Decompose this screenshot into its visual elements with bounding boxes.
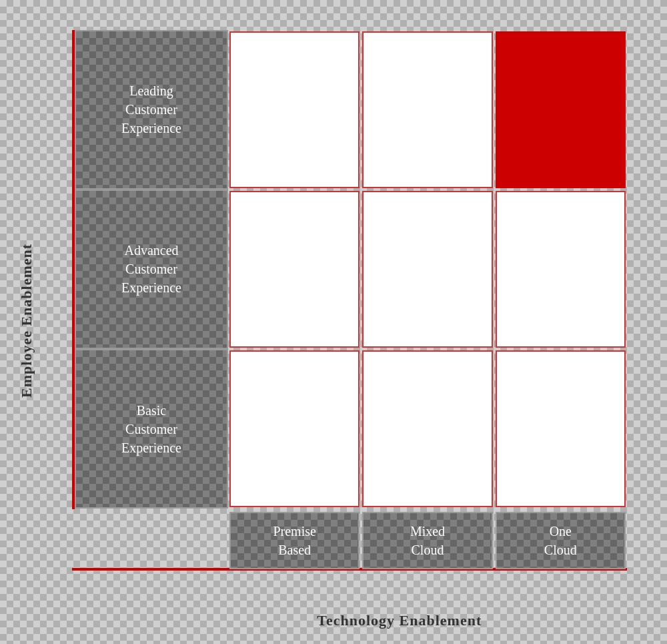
row-label-0: LeadingCustomerExperience (75, 30, 228, 190)
cell-0-0 (229, 31, 360, 188)
data-cells-0 (228, 30, 627, 190)
grid-row-2: BasicCustomerExperience (75, 349, 627, 509)
y-axis-label: Employee Enablement (18, 243, 35, 397)
matrix-container: Employee Enablement LeadingCustomerExper… (27, 15, 640, 629)
cell-2-2 (496, 350, 626, 507)
grid-row-1: AdvancedCustomerExperience (75, 190, 627, 349)
cell-1-2 (496, 191, 626, 348)
cell-2-0 (229, 350, 360, 507)
row-label-1: AdvancedCustomerExperience (75, 190, 228, 349)
grid-wrapper: LeadingCustomerExperienceAdvancedCustome… (75, 30, 627, 571)
cell-1-0 (229, 191, 360, 348)
data-cells-1 (228, 190, 627, 349)
cell-2-1 (362, 350, 492, 507)
cell-0-1 (362, 31, 492, 188)
x-axis-label: Technology Enablement (317, 612, 482, 629)
column-labels-row: PremiseBasedMixedCloudOneCloud (75, 511, 627, 571)
col-labels-container: PremiseBasedMixedCloudOneCloud (228, 511, 627, 571)
data-cells-2 (228, 349, 627, 509)
cell-0-2 (496, 31, 626, 188)
col-label-1: MixedCloud (362, 512, 492, 569)
col-label-2: OneCloud (496, 512, 626, 569)
row-label-2: BasicCustomerExperience (75, 349, 228, 509)
col-label-0: PremiseBased (229, 512, 360, 569)
grid-row-0: LeadingCustomerExperience (75, 30, 627, 190)
col-label-spacer (75, 511, 228, 571)
cell-1-1 (362, 191, 492, 348)
